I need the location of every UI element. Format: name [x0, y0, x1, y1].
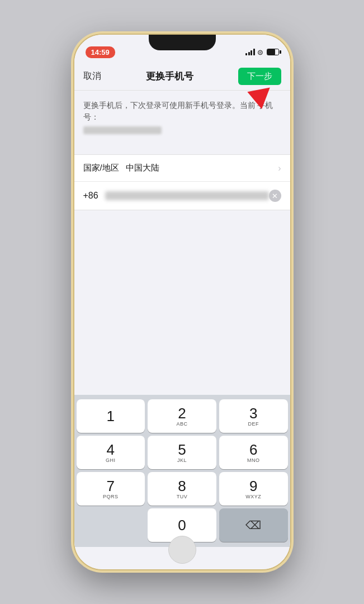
- keyboard: 1 2 ABC 3 DEF 4 GHI 5 J: [74, 395, 290, 547]
- key-6[interactable]: 6 MNO: [219, 436, 288, 469]
- home-indicator: [168, 536, 196, 564]
- key-7[interactable]: 7 PQRS: [77, 472, 145, 506]
- key-2[interactable]: 2 ABC: [148, 399, 216, 433]
- status-bar: 14:59 ⊜: [74, 35, 290, 63]
- nav-bar: 取消 更换手机号 下一步: [74, 63, 290, 91]
- next-button[interactable]: 下一步: [238, 68, 281, 85]
- phone-frame: 14:59 ⊜ 取消 更换手机号 下一步: [73, 34, 291, 570]
- status-time: 14:59: [86, 46, 115, 58]
- country-code: +86: [83, 191, 98, 201]
- settings-section: 国家/地区 中国大陆 › +86 ✕: [74, 154, 290, 210]
- delete-icon: ⌫: [245, 518, 261, 532]
- signal-icon: [245, 49, 255, 55]
- current-phone-blurred: [83, 126, 162, 134]
- country-value: 中国大陆: [126, 163, 278, 173]
- battery-icon: [267, 49, 279, 55]
- keyboard-row-3: 7 PQRS 8 TUV 9 WXYZ: [77, 472, 288, 506]
- key-4[interactable]: 4 GHI: [77, 436, 145, 469]
- keyboard-row-2: 4 GHI 5 JKL 6 MNO: [77, 436, 288, 469]
- key-5[interactable]: 5 JKL: [148, 436, 216, 469]
- notch: [149, 35, 216, 50]
- key-9[interactable]: 9 WXYZ: [219, 472, 288, 506]
- status-icons: ⊜: [245, 48, 279, 56]
- bottom-divider: [74, 210, 290, 210]
- description-text: 更换手机后，下次登录可使用新手机号登录。当前 手机号：: [83, 100, 281, 123]
- key-1[interactable]: 1: [77, 399, 145, 433]
- page-title: 更换手机号: [146, 70, 193, 83]
- key-8[interactable]: 8 TUV: [148, 472, 216, 506]
- phone-screen: 14:59 ⊜ 取消 更换手机号 下一步: [74, 35, 290, 569]
- keyboard-row-1: 1 2 ABC 3 DEF: [77, 399, 288, 433]
- country-label: 国家/地区: [83, 163, 119, 173]
- phone-number-input[interactable]: [105, 191, 269, 200]
- key-delete[interactable]: ⌫: [219, 508, 288, 542]
- key-3[interactable]: 3 DEF: [219, 399, 288, 433]
- chevron-right-icon: ›: [278, 163, 281, 173]
- content-area: 更换手机后，下次登录可使用新手机号登录。当前 手机号：: [74, 91, 290, 154]
- wifi-icon: ⊜: [257, 48, 263, 56]
- clear-button[interactable]: ✕: [269, 190, 281, 202]
- key-empty: [77, 508, 145, 542]
- country-row[interactable]: 国家/地区 中国大陆 ›: [74, 155, 290, 182]
- phone-input-row[interactable]: +86 ✕: [74, 182, 290, 210]
- cancel-button[interactable]: 取消: [83, 70, 101, 82]
